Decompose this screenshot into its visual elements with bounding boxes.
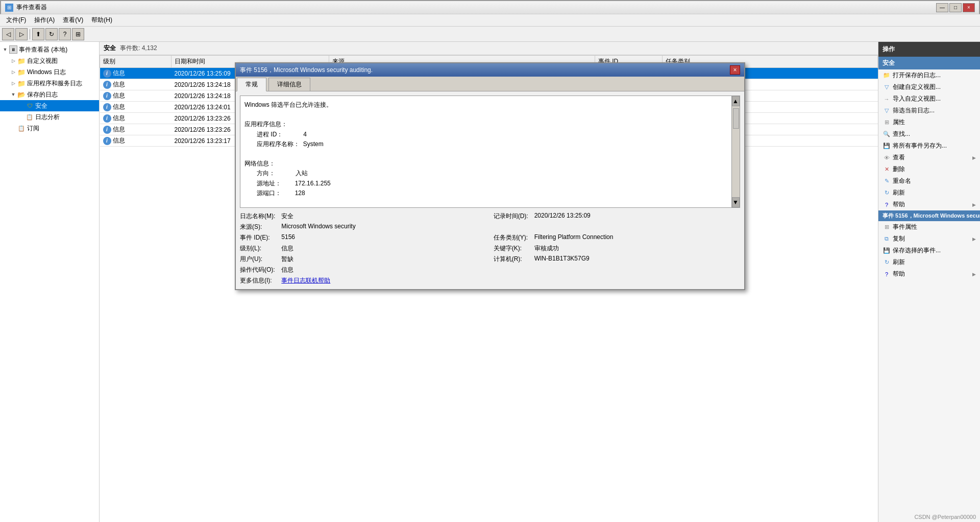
- keyword-label: 关键字(K):: [494, 244, 528, 253]
- refresh-event-icon: ↻: [883, 258, 891, 267]
- scroll-thumb[interactable]: [733, 108, 739, 129]
- log-name-label: 日志名称(M):: [240, 212, 275, 221]
- back-button[interactable]: ◁: [2, 28, 14, 40]
- folder-icon-custom: 📁: [17, 57, 26, 65]
- menu-action[interactable]: 操作(A): [30, 15, 59, 26]
- computer-label: 计算机(R):: [494, 255, 528, 264]
- actions-section-event-detail[interactable]: 事件 5156，Microsoft Windows security aud..…: [878, 210, 980, 221]
- menu-view[interactable]: 查看(V): [59, 15, 87, 26]
- action-delete[interactable]: ✕ 删除: [878, 163, 980, 175]
- info-icon: i: [103, 92, 111, 100]
- menu-file[interactable]: 文件(F): [2, 15, 30, 26]
- action-import-custom-view[interactable]: → 导入自定义视图...: [878, 93, 980, 105]
- action-help-event[interactable]: ? 帮助 ▶: [878, 268, 980, 280]
- dialog-tabs: 常规 详细信息: [236, 77, 744, 91]
- view-icon: 👁: [883, 154, 891, 162]
- action-open-saved-log[interactable]: 📁 打开保存的日志...: [878, 69, 980, 81]
- title-text: 事件查看器: [16, 3, 47, 12]
- action-view[interactable]: 👁 查看 ▶: [878, 152, 980, 163]
- more-info-link[interactable]: 事件日志联机帮助: [281, 276, 487, 285]
- action-filter-current-log[interactable]: ▽ 筛选当前日志...: [878, 105, 980, 116]
- action-rename-label: 重命名: [893, 177, 911, 185]
- computer-value: WIN-B1B1T3K57G9: [534, 255, 740, 264]
- event-detail-dialog[interactable]: 事件 5156，Microsoft Windows security audit…: [235, 62, 745, 290]
- action-create-custom-view[interactable]: ▽ 创建自定义视图...: [878, 81, 980, 93]
- action-help-event-label: 帮助: [893, 270, 905, 278]
- tree-item-windows-log[interactable]: ▷ 📁 Windows 日志: [0, 66, 99, 78]
- record-time-value: 2020/12/26 13:25:09: [534, 212, 740, 221]
- tree-item-log-analysis[interactable]: 📋 日志分析: [0, 111, 99, 123]
- level-value: 信息: [281, 244, 487, 253]
- open-saved-log-icon: 📁: [883, 72, 891, 80]
- task-category-label: 任务类别(Y):: [494, 233, 528, 242]
- dialog-tab-detail[interactable]: 详细信息: [268, 78, 310, 91]
- actions-section-event-detail-label: 事件 5156，Microsoft Windows security aud..…: [883, 212, 980, 220]
- tree-item-security[interactable]: 🛡 安全: [0, 100, 99, 111]
- close-button[interactable]: ×: [963, 3, 975, 12]
- tree-item-root[interactable]: ▼ 🖥 事件查看器 (本地): [0, 44, 99, 55]
- forward-button[interactable]: ▷: [15, 28, 28, 40]
- info-icon: i: [103, 137, 111, 145]
- view-arrow-icon: ▶: [972, 155, 976, 160]
- toolbar-sep-1: [30, 29, 30, 39]
- title-bar-left: ⊞ 事件查看器: [5, 3, 47, 12]
- action-save-all[interactable]: 💾 将所有事件另存为...: [878, 140, 980, 152]
- tree-item-app-log[interactable]: ▷ 📁 应用程序和服务日志: [0, 78, 99, 89]
- tree-label-app-log: 应用程序和服务日志: [27, 79, 82, 88]
- action-button[interactable]: ⊞: [72, 28, 84, 40]
- task-category-value: Filtering Platform Connection: [534, 233, 740, 242]
- dialog-text-area[interactable]: Windows 筛选平台已允许连接。 应用程序信息： 进程 ID： 4 应用程序…: [240, 96, 740, 208]
- help-security-arrow-icon: ▶: [972, 202, 976, 207]
- scroll-up-btn[interactable]: ▲: [732, 96, 740, 106]
- copy-arrow-icon: ▶: [972, 236, 976, 242]
- cell-level: i 信息: [100, 113, 172, 124]
- cell-level: i 信息: [100, 124, 172, 135]
- import-custom-view-icon: →: [883, 95, 891, 103]
- dialog-title-bar: 事件 5156，Microsoft Windows security audit…: [236, 63, 744, 77]
- action-save-selected[interactable]: 💾 保存选择的事件...: [878, 245, 980, 256]
- tree-item-subscription[interactable]: 📋 订阅: [0, 123, 99, 134]
- action-find[interactable]: 🔍 查找...: [878, 128, 980, 140]
- scrollbar[interactable]: ▲ ▼: [731, 96, 740, 207]
- action-help-security[interactable]: ? 帮助 ▶: [878, 199, 980, 210]
- dialog-tab-general[interactable]: 常规: [237, 78, 266, 91]
- tree-label-root: 事件查看器 (本地): [19, 45, 67, 54]
- save-selected-icon: 💾: [883, 247, 891, 255]
- right-panel: 操作 安全 📁 打开保存的日志... ▽ 创建自定义视图... → 导入自定义视…: [878, 42, 980, 522]
- find-icon: 🔍: [883, 130, 891, 138]
- empty2: [534, 223, 740, 231]
- minimize-button[interactable]: —: [936, 3, 948, 12]
- menu-help[interactable]: 帮助(H): [87, 15, 116, 26]
- event-list-header: 安全 事件数: 4,132: [100, 42, 878, 55]
- watermark: CSDN @Peterpan00000: [914, 514, 976, 520]
- action-rename[interactable]: ✎ 重命名: [878, 175, 980, 187]
- dialog-close-button[interactable]: ×: [730, 65, 740, 75]
- scroll-down-btn[interactable]: ▼: [732, 197, 740, 207]
- action-copy-label: 复制: [893, 234, 905, 243]
- up-button[interactable]: ⬆: [32, 28, 44, 40]
- info-icon: i: [103, 69, 111, 78]
- action-properties[interactable]: ⊞ 属性: [878, 116, 980, 128]
- delete-icon: ✕: [883, 165, 891, 174]
- event-properties-icon: ⊞: [883, 223, 891, 231]
- action-copy[interactable]: ⧉ 复制 ▶: [878, 233, 980, 245]
- event-id-value: 5156: [281, 233, 487, 242]
- action-refresh-security[interactable]: ↻ 刷新: [878, 187, 980, 199]
- tree-item-custom-views[interactable]: ▷ 📁 自定义视图: [0, 55, 99, 66]
- tree-arrow-windows-log: ▷: [9, 69, 17, 75]
- tree-item-saved-log[interactable]: ▼ 📂 保存的日志: [0, 89, 99, 100]
- help-button[interactable]: ?: [59, 28, 71, 40]
- col-level[interactable]: 级别: [100, 56, 172, 68]
- right-panel-header: 操作: [878, 42, 980, 57]
- action-refresh-event[interactable]: ↻ 刷新: [878, 256, 980, 268]
- action-delete-label: 删除: [893, 165, 905, 174]
- maximize-button[interactable]: □: [949, 3, 962, 12]
- filter-icon: ▽: [883, 107, 891, 115]
- refresh-button[interactable]: ↻: [45, 28, 58, 40]
- cell-level: i 信息: [100, 90, 172, 102]
- tree-label-saved-log: 保存的日志: [27, 90, 58, 99]
- action-refresh-event-label: 刷新: [893, 258, 905, 267]
- action-event-properties[interactable]: ⊞ 事件属性: [878, 221, 980, 233]
- source-value: Microsoft Windows security: [281, 223, 487, 231]
- help-security-icon: ?: [883, 201, 891, 209]
